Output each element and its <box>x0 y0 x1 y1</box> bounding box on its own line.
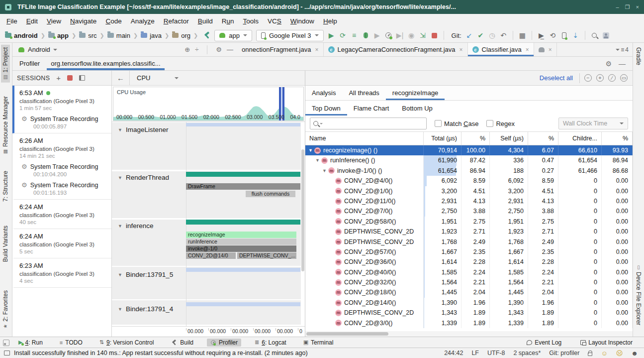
table-row[interactable]: ▼mDEPTHWISE_CONV_2D1,9232.711,9232.7100.… <box>305 227 633 237</box>
sidebar-item-build-variants[interactable]: Build Variants <box>1 223 10 264</box>
hide-panel-icon[interactable]: — <box>619 60 626 68</box>
line-ending-indicator[interactable]: LF <box>471 350 479 357</box>
tab-top-down[interactable]: Top Down <box>305 101 347 116</box>
table-row[interactable]: ▼mCONV_2D@32/0()1,5642.211,5642.2100.00 <box>305 277 633 287</box>
expand-arrow-icon[interactable]: ▼ <box>314 155 321 165</box>
zoom-in-icon[interactable]: + <box>596 74 604 82</box>
debug-button[interactable] <box>360 30 371 41</box>
cpu-usage-chart[interactable]: CPU Usage 00.00000.50001.00001.50002.000… <box>112 86 305 122</box>
tab-recognizeimage[interactable]: recognizeImage <box>386 86 445 100</box>
table-row[interactable]: ▼mCONV_2D@36/0()1,6142.281,6142.2800.00 <box>305 257 633 267</box>
git-commit-icon[interactable]: ✔ <box>475 30 486 41</box>
editor-tab-legacycameraconnectionfragment-java[interactable]: cLegacyCameraConnectionFragment.java× <box>324 43 468 56</box>
sidebar-item-gradle[interactable]: Gradle <box>634 45 643 68</box>
collapse-arrow-icon[interactable]: ▼ <box>118 224 122 229</box>
profiler-type-dropdown[interactable]: CPU <box>130 74 184 82</box>
profile-button[interactable] <box>383 30 394 41</box>
toolwindow-version-control-button[interactable]: ⇅9: Version Control <box>96 339 158 347</box>
vertical-scrollbar[interactable] <box>301 149 304 271</box>
session-item[interactable]: 6:53 AMclassification (Google Pixel 3)1 … <box>12 86 111 133</box>
menu-item-navigate[interactable]: Navigate <box>66 15 101 27</box>
session-item[interactable]: 6:26 AMclassification (Google Pixel 3)14… <box>12 133 111 200</box>
back-arrow-icon[interactable]: ← <box>112 74 129 82</box>
tab-all-threads[interactable]: All threads <box>342 86 385 100</box>
search-input[interactable] <box>324 120 423 127</box>
close-icon[interactable]: × <box>460 46 463 53</box>
run-to-cursor-icon[interactable]: ▶| <box>394 30 406 41</box>
sidebar-item-project[interactable]: ▤ 1: Project <box>1 45 10 83</box>
breadcrumb-android[interactable]: android <box>5 32 38 39</box>
breadcrumb-app[interactable]: app <box>48 32 69 39</box>
thread-row-binder-5[interactable]: ▼Binder:13791_5 <box>118 271 173 278</box>
trace-event-bar[interactable]: DEPTHWISE_CONV_... <box>237 252 296 259</box>
close-icon[interactable]: × <box>549 46 552 53</box>
session-item[interactable]: 6:24 AMclassification (Google Pixel 3)40… <box>12 200 111 229</box>
trace-event-bar[interactable]: recognizeImage <box>186 232 296 238</box>
device-file-push-icon[interactable]: ⇣ <box>570 30 581 41</box>
caret-position[interactable]: 244:42 <box>444 350 463 357</box>
profile-avatar-icon[interactable] <box>600 30 612 41</box>
sidebar-item-resource-manager[interactable]: ▦ Resource Manager <box>1 94 10 157</box>
collapse-arrow-icon[interactable]: ▼ <box>118 272 122 277</box>
hidden-tabs-dropdown[interactable]: ≡ 4 <box>612 43 633 56</box>
menu-item-analyze[interactable]: Analyze <box>126 15 159 27</box>
toolwindow-profiler-button[interactable]: Profiler <box>207 339 241 347</box>
checkbox-icon[interactable] <box>435 120 442 127</box>
thread-row-imagelistener[interactable]: ▼ImageListener <box>118 126 168 133</box>
run-button[interactable]: ▶ <box>326 30 337 41</box>
table-row[interactable]: ▼mCONV_2D@18/0()1,4452.041,4452.0400.00 <box>305 287 633 297</box>
breadcrumb-src[interactable]: src <box>79 32 96 39</box>
settings-gear-icon[interactable]: ⚙ <box>216 46 222 53</box>
table-row[interactable]: ▼mCONV_2D@11/0()2,9314.132,9314.1300.00 <box>305 196 633 206</box>
column-name[interactable]: Name <box>305 132 424 145</box>
profiler-session-tab[interactable]: org.tensorflow.lite.examples.classific..… <box>47 57 164 70</box>
breadcrumb-main[interactable]: main <box>107 32 130 39</box>
menu-item-window[interactable]: Window <box>286 15 319 27</box>
apply-changes-button[interactable]: ⟳ <box>337 30 349 41</box>
editor-tab-onnectionfragment-java[interactable]: onnectionFragment.java× <box>237 43 324 56</box>
layout-inspector-button[interactable]: Layout Inspector <box>577 339 636 347</box>
indent-indicator[interactable]: 2 spaces* <box>513 350 541 357</box>
table-row[interactable]: ▼mCONV_2D@40/0()1,5852.241,5852.2400.00 <box>305 267 633 277</box>
attach-debugger-icon[interactable]: ▶ <box>371 30 383 41</box>
menu-item-refactor[interactable]: Refactor <box>159 15 193 27</box>
stop-recording-icon[interactable] <box>67 75 73 81</box>
table-row[interactable]: ▼mrecognizeImage() ()70,914100.004,3046.… <box>305 145 633 155</box>
trace-event-bar[interactable]: runInference <box>186 239 296 245</box>
trace-event-bar[interactable]: invoke@-1/0 <box>186 245 296 252</box>
search-field[interactable] <box>310 118 427 129</box>
menu-item-help[interactable]: Help <box>319 15 342 27</box>
sidebar-item-favorites[interactable]: ★ 2: Favorites <box>1 288 10 332</box>
clock-mode-dropdown[interactable]: Wall Clock Time <box>558 118 628 129</box>
sad-face-icon[interactable]: ☹ <box>616 350 623 357</box>
zoom-to-selection-icon[interactable]: ▭ <box>620 74 628 82</box>
toolwindow-todo-button[interactable]: ≡TODO <box>56 339 86 347</box>
scrollbar-thumb[interactable] <box>306 332 388 336</box>
git-update-icon[interactable]: ↙ <box>463 30 475 41</box>
project-structure-icon[interactable]: ▦ <box>517 30 528 41</box>
breadcrumb-java[interactable]: java <box>141 32 162 39</box>
collapse-all-icon[interactable]: ÷ <box>195 46 198 53</box>
status-message[interactable]: Install successfully finished in 140 ms.… <box>14 350 308 357</box>
gradle-sync-icon[interactable]: ⟲ <box>547 30 558 41</box>
table-row[interactable]: ▼mCONV_2D@57/0()1,6672.351,6672.3500.00 <box>305 247 633 257</box>
apply-code-changes-button[interactable]: ≡ <box>349 30 360 41</box>
sidebar-item-structure[interactable]: 7: Structure <box>1 168 10 204</box>
column-total-pct[interactable]: % <box>461 132 490 145</box>
close-icon[interactable]: × <box>526 46 529 53</box>
session-recording-item[interactable]: ⚙System Trace Recording00:00:05.897 <box>19 115 108 129</box>
coverage-icon[interactable]: ◉ <box>406 30 417 41</box>
settings-gear-icon[interactable]: ⚙ <box>605 60 612 68</box>
collapse-sessions-icon[interactable] <box>79 75 85 81</box>
project-view-selector[interactable]: Android <box>28 46 50 53</box>
close-icon[interactable]: × <box>636 4 639 10</box>
minimize-icon[interactable]: – <box>616 4 619 10</box>
collapse-arrow-icon[interactable]: ▼ <box>118 307 122 312</box>
tab-analysis[interactable]: Analysis <box>305 86 342 100</box>
table-row[interactable]: ▼mDEPTHWISE_CONV_2D1,3431.891,3431.8900.… <box>305 308 633 318</box>
checkbox-icon[interactable] <box>486 120 493 127</box>
event-log-button[interactable]: Event Log <box>523 339 565 347</box>
thread-row-renderthread[interactable]: ▼RenderThread <box>118 174 169 181</box>
git-rollback-icon[interactable]: ↶ <box>498 30 509 41</box>
expand-arrow-icon[interactable]: ▼ <box>321 166 328 176</box>
